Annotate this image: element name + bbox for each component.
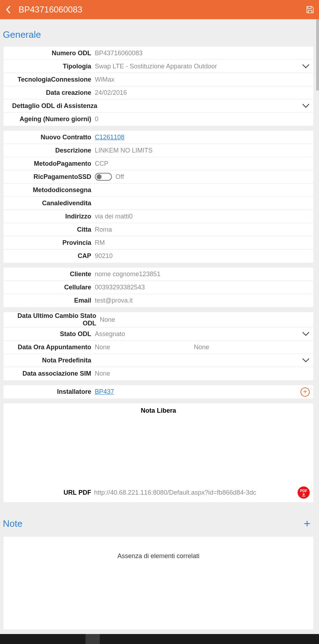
label-cliente: Cliente: [7, 271, 94, 278]
link-installatore[interactable]: BP437: [94, 388, 300, 396]
value-citta: Roma: [94, 226, 310, 233]
nota-textarea[interactable]: [4, 417, 313, 484]
label-ultimocambio: Data Ultimo Cambio Stato ODL: [7, 312, 99, 327]
label-indirizzo: Indirizzo: [7, 213, 94, 220]
card-odl: Numero ODL BP43716060083 Tipologia Swap …: [4, 47, 313, 126]
row-datasim: Data associazione SIM None: [4, 367, 313, 380]
value-tecnologia: WiMax: [94, 76, 310, 83]
label-ricpagamento: RicPagamentoSSD: [7, 173, 94, 181]
value-numero-odl: BP43716060083: [94, 50, 310, 57]
row-dettaglio[interactable]: Dettaglio ODL di Assistenza: [4, 99, 313, 113]
row-citta: Citta Roma: [4, 223, 313, 236]
section-note-title: Note: [3, 518, 22, 529]
label-descrizione: Descrizione: [7, 147, 94, 154]
value-dataora-1: None: [94, 344, 194, 351]
back-button[interactable]: [5, 5, 15, 14]
label-citta: Citta: [7, 226, 94, 233]
toggle-ricpagamento-wrap: Off: [94, 173, 310, 181]
card-installatore: Installatore BP437 +: [4, 385, 313, 398]
nota-title: Nota Libera: [4, 403, 313, 417]
note-empty-card: Assenza di elementi correlati: [4, 537, 313, 629]
value-metodopagamento: CCP: [94, 160, 310, 168]
value-cap: 90210: [94, 252, 310, 260]
row-cliente: Cliente nome cognome123851: [4, 268, 313, 281]
row-email: Email test@prova.it: [4, 294, 313, 307]
label-tipologia: Tipologia: [7, 63, 94, 70]
row-provincia: Provincia RM: [4, 236, 313, 249]
label-ageing: Ageing (Numero giorni): [7, 115, 94, 123]
link-contratto[interactable]: C1261108: [94, 134, 310, 141]
row-statoodl[interactable]: Stato ODL Assegnato: [4, 328, 313, 341]
row-ricpagamento: RicPagamentoSSD Off: [4, 170, 313, 184]
row-ultimocambio: Data Ultimo Cambio Stato ODL None: [4, 312, 313, 328]
label-urlpdf: URL PDF: [7, 489, 94, 496]
app-header: BP43716060083: [0, 0, 319, 19]
row-metodopagamento: MetodoPagamento CCP: [4, 157, 313, 170]
value-cliente: nome cognome123851: [94, 271, 310, 278]
label-dettaglio: Dettaglio ODL di Assistenza: [7, 102, 300, 110]
row-tipologia[interactable]: Tipologia Swap LTE - Sostituzione Appara…: [4, 60, 313, 73]
label-cap: CAP: [7, 252, 94, 260]
label-statoodl: Stato ODL: [7, 330, 94, 338]
row-cap: CAP 90210: [4, 249, 313, 263]
taskbar-active-segment[interactable]: [86, 634, 100, 644]
chevron-down-icon: [300, 331, 310, 336]
label-metodopagamento: MetodoPagamento: [7, 160, 94, 168]
value-dataora-2: None: [194, 344, 265, 351]
card-cliente: Cliente nome cognome123851 Cellulare 003…: [4, 268, 313, 307]
row-descrizione: Descrizione LINKEM NO LIMITS: [4, 144, 313, 157]
row-urlpdf: URL PDF http://40.68.221.116:8080/Defaul…: [4, 484, 313, 502]
row-installatore: Installatore BP437 +: [4, 385, 313, 398]
add-note-button[interactable]: +: [304, 517, 314, 530]
value-statoodl: Assegnato: [94, 330, 300, 338]
value-email: test@prova.it: [94, 297, 310, 304]
section-note-header: Note +: [0, 507, 317, 537]
label-datasim: Data associazione SIM: [7, 370, 94, 377]
pdf-badge-text: PDF: [300, 489, 307, 493]
value-provincia: RM: [94, 239, 310, 247]
row-tecnologia: TecnologiaConnessione WiMax: [4, 73, 313, 86]
taskbar[interactable]: [0, 634, 319, 644]
row-ageing: Ageing (Numero giorni) 0: [4, 113, 313, 126]
label-tecnologia: TecnologiaConnessione: [7, 76, 94, 83]
row-cellulare: Cellulare 00393293382543: [4, 281, 313, 294]
label-contratto: Nuovo Contratto: [7, 134, 94, 141]
value-tipologia: Swap LTE - Sostituzione Apparato Outdoor: [94, 63, 300, 70]
row-numero-odl: Numero ODL BP43716060083: [4, 47, 313, 60]
row-notapredefinita[interactable]: Nota Predefinita: [4, 354, 313, 367]
row-indirizzo: Indirizzo via dei matti0: [4, 210, 313, 223]
label-notapredefinita: Nota Predefinita: [7, 357, 94, 364]
save-button[interactable]: [304, 6, 314, 14]
label-dataora: Data Ora Appuntamento: [7, 344, 94, 351]
chevron-down-icon: [300, 358, 310, 363]
card-stato: Data Ultimo Cambio Stato ODL None Stato …: [4, 312, 313, 380]
content-scroll[interactable]: Generale Numero ODL BP43716060083 Tipolo…: [0, 19, 319, 634]
row-canaledivendita: Canaledivendita: [4, 197, 313, 210]
value-descrizione: LINKEM NO LIMITS: [94, 147, 310, 154]
label-email: Email: [7, 297, 94, 304]
value-indirizzo: via dei matti0: [94, 213, 310, 220]
page-title: BP43716060083: [19, 5, 304, 15]
label-metododiconsegna: Metododiconsegna: [7, 186, 94, 194]
add-installatore-button[interactable]: +: [300, 387, 310, 397]
chevron-down-icon: [300, 64, 310, 69]
row-dataora[interactable]: Data Ora Appuntamento None None: [4, 341, 313, 354]
label-numero-odl: Numero ODL: [7, 50, 94, 57]
value-datasim: None: [94, 370, 310, 377]
label-datacreazione: Data creazione: [7, 89, 94, 97]
toggle-state: Off: [115, 173, 124, 181]
label-provincia: Provincia: [7, 239, 94, 247]
card-contratto: Nuovo Contratto C1261108 Descrizione LIN…: [4, 131, 313, 263]
toggle-ricpagamento[interactable]: [95, 173, 112, 181]
row-contratto: Nuovo Contratto C1261108: [4, 131, 313, 144]
value-ultimocambio: None: [99, 316, 310, 324]
pdf-download-icon[interactable]: PDF: [298, 486, 310, 499]
value-datacreazione: 24/02/2016: [94, 89, 310, 97]
card-nota-libera: Nota Libera URL PDF http://40.68.221.116…: [4, 403, 313, 502]
row-metododiconsegna: Metododiconsegna: [4, 184, 313, 197]
label-installatore: Installatore: [7, 388, 94, 396]
value-cellulare: 00393293382543: [94, 284, 310, 291]
value-ageing: 0: [94, 115, 310, 123]
value-urlpdf: http://40.68.221.116:8080/Default.aspx?i…: [94, 489, 295, 496]
chevron-down-icon: [300, 103, 310, 108]
